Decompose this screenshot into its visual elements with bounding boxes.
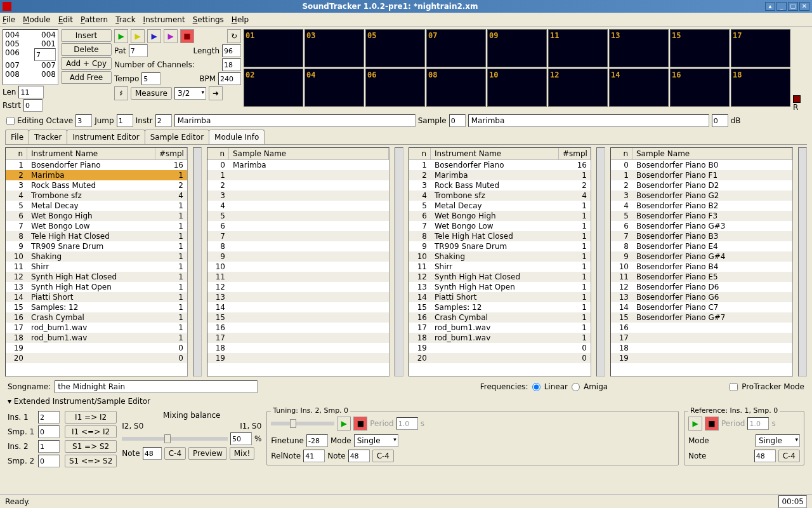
- list-item[interactable]: 2Marimba1: [6, 170, 187, 180]
- freq-linear-radio[interactable]: [532, 383, 540, 391]
- add-cpy-button[interactable]: Add + Cpy: [61, 57, 112, 70]
- apply-icon[interactable]: ➜: [209, 86, 223, 100]
- stop-icon[interactable]: ■: [180, 29, 194, 43]
- scrollbar[interactable]: [798, 147, 807, 377]
- smp2-input[interactable]: 0: [38, 455, 60, 467]
- list-item[interactable]: 0Bosendorfer Piano B0: [611, 160, 792, 170]
- list-item[interactable]: 3Rock Bass Muted2: [6, 180, 187, 190]
- list-item[interactable]: 10Shaking1: [409, 251, 591, 262]
- list-item[interactable]: 18: [611, 343, 792, 353]
- track-cell[interactable]: 04: [304, 69, 364, 107]
- list-item[interactable]: 190: [409, 343, 591, 353]
- list-item[interactable]: 15Samples: 121: [6, 302, 187, 312]
- list-item[interactable]: 13Bosendorfer Piano G6: [611, 292, 792, 302]
- list-item[interactable]: 12Synth High Hat Closed1: [6, 272, 187, 282]
- list-item[interactable]: 3Bosendorfer Piano G2: [611, 190, 792, 201]
- i1-swap-i2-button[interactable]: I1 <=> I2: [65, 425, 117, 438]
- list-item[interactable]: 19: [207, 353, 389, 363]
- add-free-button[interactable]: Add Free: [61, 71, 112, 84]
- scrollbar[interactable]: [395, 147, 403, 377]
- list-item[interactable]: 7Wet Bongo Low1: [6, 221, 187, 231]
- instrument-list-1[interactable]: nInstrument Name#smpl 1Bosendorfer Piano…: [5, 147, 188, 377]
- tuning-stop-icon[interactable]: ■: [353, 417, 367, 431]
- list-item[interactable]: 16Crash Cymbal1: [409, 312, 591, 323]
- list-item[interactable]: 5Bosendorfer Piano F3: [611, 211, 792, 221]
- tempo-input[interactable]: 5: [141, 72, 160, 85]
- list-item[interactable]: 7Wet Bongo Low1: [409, 221, 591, 231]
- instr-name-input[interactable]: Marimba: [174, 114, 416, 127]
- track-cell[interactable]: 07: [426, 29, 486, 67]
- track-cell[interactable]: 13: [609, 29, 669, 67]
- sample-list-1[interactable]: nSample Name 0Marimba1234567891011121314…: [207, 147, 390, 377]
- list-item[interactable]: 11Bosendorfer Piano E5: [611, 272, 792, 282]
- list-item[interactable]: 12: [207, 282, 389, 292]
- list-item[interactable]: 17rod_bum1.wav1: [409, 323, 591, 333]
- list-item[interactable]: 6: [207, 221, 389, 231]
- insert-button[interactable]: Insert: [61, 29, 112, 42]
- track-cell[interactable]: 08: [426, 69, 486, 107]
- freq-amiga-radio[interactable]: [572, 383, 580, 391]
- maximize-icon[interactable]: ▢: [788, 2, 798, 11]
- list-item[interactable]: 8: [207, 241, 389, 251]
- list-item[interactable]: 7: [207, 231, 389, 241]
- mode-select[interactable]: Single: [354, 434, 398, 447]
- list-item[interactable]: 14Piatti Short1: [409, 292, 591, 302]
- s1-swap-s2-button[interactable]: S1 <=> S2: [65, 455, 117, 467]
- list-item[interactable]: 1Bosendorfer Piano16: [6, 160, 187, 170]
- tab-sample-editor[interactable]: Sample Editor: [145, 130, 209, 144]
- list-item[interactable]: 8Tele High Hat Closed1: [409, 231, 591, 241]
- sharp-icon[interactable]: ♯: [114, 86, 128, 100]
- instr-input[interactable]: 2: [155, 114, 172, 127]
- ref-mode-select[interactable]: Single: [756, 434, 800, 447]
- level-input[interactable]: 0: [712, 114, 728, 127]
- track-cell[interactable]: 15: [670, 29, 730, 67]
- list-item[interactable]: 1: [207, 170, 389, 180]
- protracker-checkbox[interactable]: [730, 383, 738, 391]
- track-cell[interactable]: 14: [609, 69, 669, 107]
- loop-icon[interactable]: ▶: [164, 29, 178, 43]
- tuning-play-icon[interactable]: ▶: [337, 417, 351, 431]
- menu-file[interactable]: File: [3, 15, 15, 24]
- reload-icon[interactable]: ↻: [227, 29, 241, 43]
- list-item[interactable]: 1Bosendorfer Piano16: [409, 160, 591, 170]
- list-item[interactable]: 4: [207, 201, 389, 211]
- finetune-input[interactable]: -28: [306, 434, 328, 447]
- tuning-slider[interactable]: [271, 422, 334, 425]
- list-item[interactable]: 11: [207, 272, 389, 282]
- list-item[interactable]: 18: [207, 343, 389, 353]
- list-item[interactable]: 8Bosendorfer Piano E4: [611, 241, 792, 251]
- list-item[interactable]: 17: [611, 333, 792, 343]
- mix-slider[interactable]: [122, 437, 228, 441]
- measure-select[interactable]: 3/2: [174, 87, 206, 100]
- menu-pattern[interactable]: Pattern: [81, 15, 108, 24]
- list-item[interactable]: 11Shirr1: [409, 262, 591, 272]
- list-item[interactable]: 16Crash Cymbal1: [6, 312, 187, 323]
- ref-play-icon[interactable]: ▶: [688, 417, 702, 431]
- noc-input[interactable]: 18: [222, 58, 241, 71]
- list-item[interactable]: 11Shirr1: [6, 262, 187, 272]
- scrollbar[interactable]: [596, 147, 605, 377]
- tab-tracker[interactable]: Tracker: [29, 130, 67, 144]
- list-item[interactable]: 9Bosendorfer Piano G#4: [611, 251, 792, 262]
- editing-checkbox[interactable]: [6, 117, 15, 125]
- list-item[interactable]: 2: [207, 180, 389, 190]
- list-item[interactable]: 3: [207, 190, 389, 201]
- list-item[interactable]: 15Bosendorfer Piano G#7: [611, 312, 792, 323]
- instrument-list-2[interactable]: nInstrument Name#smpl 1Bosendorfer Piano…: [409, 147, 591, 377]
- ext-header[interactable]: Extended Instrument/Sample Editor: [14, 397, 150, 406]
- menu-track[interactable]: Track: [115, 15, 135, 24]
- rstrt-input[interactable]: 0: [23, 99, 43, 112]
- list-item[interactable]: 17: [207, 333, 389, 343]
- list-item[interactable]: 19: [611, 353, 792, 363]
- list-item[interactable]: 5Metal Decay1: [409, 201, 591, 211]
- list-item[interactable]: 6Wet Bongo High1: [6, 211, 187, 221]
- play-pattern-icon[interactable]: ▶: [131, 29, 145, 43]
- list-item[interactable]: 5Metal Decay1: [6, 201, 187, 211]
- track-cell[interactable]: 03: [304, 29, 364, 67]
- sample-input[interactable]: 0: [449, 114, 466, 127]
- len-input[interactable]: 11: [18, 86, 44, 98]
- mix-button[interactable]: Mix!: [230, 447, 255, 460]
- list-item[interactable]: 6Wet Bongo High1: [409, 211, 591, 221]
- list-item[interactable]: 13Synth High Hat Open1: [6, 282, 187, 292]
- menu-help[interactable]: Help: [232, 15, 249, 24]
